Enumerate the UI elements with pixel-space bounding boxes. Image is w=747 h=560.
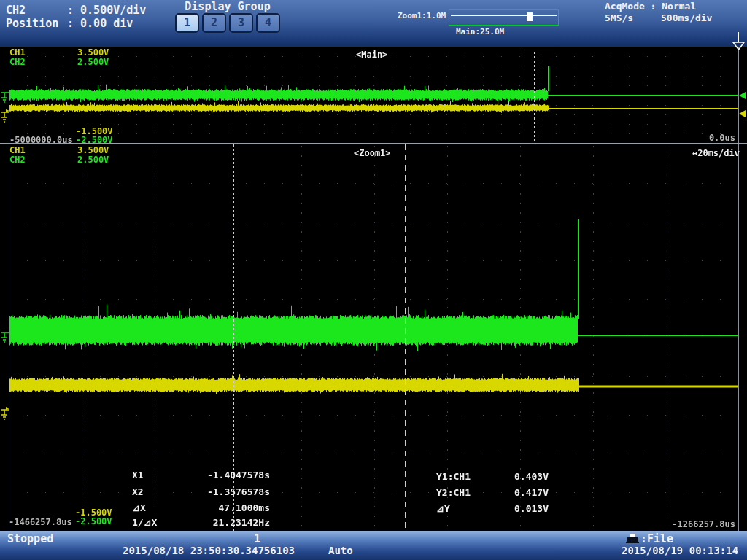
zoom-time-left-label: -1466257.8us	[9, 518, 72, 527]
ch2-ground-marker-icon	[0, 90, 9, 103]
main-waveform-window: CH1 3.500V CH2 2.500V <Main> -1.500V -2.…	[0, 47, 747, 144]
main-ch2-top-value: 2.500V	[77, 58, 109, 67]
display-group-button-2[interactable]: 2	[202, 13, 226, 33]
ch1-level-arrow-icon	[739, 110, 746, 117]
main-timebase-label: 500ms/div	[661, 13, 712, 23]
main-cursor-x1[interactable]	[534, 52, 535, 144]
trigger-count: 1	[254, 533, 260, 545]
display-group-button-4[interactable]: 4	[256, 13, 280, 33]
slider-track-line	[451, 15, 557, 16]
dy-value: 0.013V	[467, 504, 549, 514]
printer-icon	[626, 534, 639, 544]
main-waveform-canvas	[9, 47, 738, 144]
display-group-button-1[interactable]: 1	[175, 13, 199, 33]
display-group-button-3[interactable]: 3	[229, 13, 253, 33]
clock-datetime: 2015/08/19 00:13:14	[622, 545, 738, 556]
sample-rate-label: 5MS/s	[605, 13, 633, 23]
trigger-marker-icon	[732, 42, 746, 51]
main-time-right-label: 0.0us	[680, 133, 735, 143]
zoom-window-title: <Zoom1>	[354, 149, 391, 158]
top-status-bar: CH2 : 0.500V/div Position : 0.00 div Dis…	[0, 0, 747, 47]
position-label: Position	[6, 18, 58, 29]
zoom-ch2-ground-marker-icon	[0, 330, 9, 343]
ch2-level-arrow-icon	[739, 92, 746, 99]
x1-label: X1	[132, 470, 144, 481]
channel-scale: : 0.500V/div	[67, 4, 146, 16]
zoom-waveform-window: CH1 3.500V CH2 2.500V <Zoom1> ↔20ms/div …	[0, 144, 747, 531]
zoom-cursor-x2[interactable]	[405, 144, 406, 531]
x1-value: -1.4047578s	[146, 470, 270, 481]
y1-value: 0.403V	[467, 472, 549, 482]
zoom-ch2-label: CH2	[9, 155, 26, 165]
ch1-ground-marker-icon	[0, 109, 10, 122]
dx-value: 47.1000ms	[146, 503, 270, 513]
position-value: : 0.00 div	[67, 18, 133, 29]
slider-marker[interactable]	[527, 12, 533, 21]
y2-value: 0.417V	[467, 488, 549, 498]
trigger-mode: Auto	[328, 545, 353, 556]
oscilloscope-screen: CH2 : 0.500V/div Position : 0.00 div Dis…	[0, 0, 747, 560]
zoom-ch2-bottom-value: -2.500V	[75, 517, 112, 526]
main-ratio-label: Main:25.0M	[456, 28, 504, 36]
display-group-title: Display Group	[175, 1, 280, 12]
y1-label: Y1:CH1	[436, 472, 471, 482]
zoom-right-border	[738, 144, 739, 531]
acquisition-status: Stopped	[7, 533, 53, 545]
slider-base-line	[451, 23, 557, 23]
x2-label: X2	[132, 487, 144, 497]
main-cursor-x2[interactable]	[541, 52, 541, 144]
trigger-timestamp: 2015/08/18 23:50:30.34756103	[123, 545, 295, 556]
trigger-position-stem-icon	[738, 32, 739, 42]
zoom-waveform-canvas	[9, 144, 738, 531]
channel-label: CH2	[6, 4, 26, 16]
zoom-timebase-label: ↔20ms/div	[667, 149, 740, 158]
zoom-ch2-top-value: 2.500V	[77, 155, 109, 165]
invdx-value: 21.23142Hz	[146, 518, 270, 528]
x2-value: -1.3576578s	[146, 487, 270, 497]
zoom-region-box[interactable]	[525, 52, 554, 144]
zoom-time-right-label: -1266257.8us	[662, 520, 735, 529]
file-menu-label[interactable]: :File	[640, 533, 673, 545]
main-ch2-label: CH2	[9, 58, 26, 67]
acq-mode-label: AcqMode : Normal	[605, 1, 696, 12]
zoom-ch1-ground-marker-icon	[0, 407, 10, 420]
zoom-ratio-label: Zoom1:1.0M	[398, 12, 446, 20]
y2-label: Y2:CH1	[436, 488, 471, 498]
main-window-title: <Main>	[356, 50, 387, 60]
zoom-position-slider[interactable]	[449, 9, 559, 26]
dy-label: ⊿Y	[436, 504, 450, 514]
bottom-status-bar: Stopped 1 2015/08/18 23:50:30.34756103 A…	[0, 531, 747, 560]
dx-label: ⊿X	[132, 503, 146, 513]
